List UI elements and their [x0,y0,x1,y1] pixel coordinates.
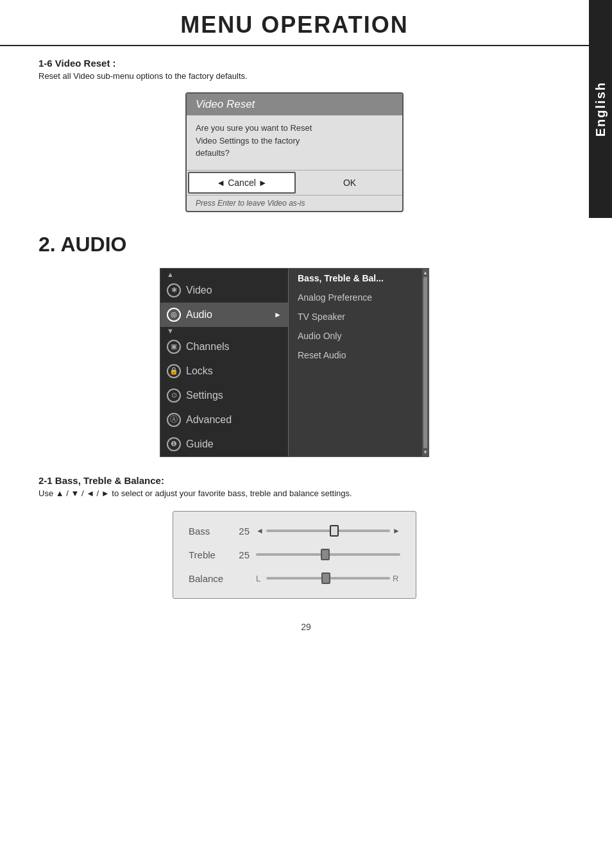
treble-value: 25 [230,549,250,560]
balance-track[interactable] [266,577,390,580]
menu-right: Bass, Treble & Bal... Analog Preference … [289,269,422,456]
audio-menu: ▲ ✱ Video ◎ Audio ► ▼ ▣ Channels [160,268,429,457]
section-16-desc: Reset all Video sub-menu options to the … [38,71,550,81]
bass-slider-row: Bass 25 ◄ ► [189,526,400,537]
scroll-thumb [423,277,427,448]
balance-left-label: L [256,574,264,583]
dialog-body-line1: Are you sure you want to Reset [196,123,312,133]
channels-icon: ▣ [167,340,181,354]
audio-section-title: 2. AUDIO [38,233,550,256]
balance-thumb[interactable] [321,572,330,584]
audio-icon: ◎ [167,308,181,322]
bass-track-container: ◄ ► [256,526,400,535]
video-reset-dialog: Video Reset Are you sure you want to Res… [185,92,404,212]
english-sidebar: English [589,0,612,218]
treble-track[interactable] [256,553,400,556]
menu-item-video[interactable]: ✱ Video [160,278,288,303]
balance-slider-row: Balance L R [189,573,400,584]
left-arrow-icon: ◄ [216,178,225,188]
balance-label: Balance [189,573,230,584]
menu-audio-label: Audio [186,309,212,321]
dialog-buttons: ◄ Cancel ► OK [187,170,402,195]
menu-video-label: Video [186,285,212,296]
ok-button[interactable]: OK [297,171,402,195]
bass-thumb[interactable] [330,525,339,537]
scroll-up-icon: ▲ [423,270,428,276]
menu-item-advanced[interactable]: Ⓐ Advanced [160,408,288,432]
section-21: 2-1 Bass, Treble & Balance: Use ▲ / ▼ / … [38,475,550,599]
guide-icon: ❶ [167,437,181,451]
menu-advanced-label: Advanced [186,414,232,426]
menu-item-locks[interactable]: 🔒 Locks [160,359,288,383]
menu-right-container: Bass, Treble & Bal... Analog Preference … [289,269,429,456]
main-content: 1-6 Video Reset : Reset all Video sub-me… [0,46,589,610]
treble-thumb[interactable] [321,549,330,560]
menu-item-channels[interactable]: ▣ Channels [160,335,288,359]
section-21-heading: 2-1 Bass, Treble & Balance: [38,475,550,486]
cancel-label: Cancel [228,178,256,188]
section-16-heading: 1-6 Video Reset : [38,58,550,69]
dialog-body-line3: defaults? [196,148,230,158]
section-21-desc: Use ▲ / ▼ / ◄ / ► to select or adjust yo… [38,488,550,498]
balance-right-label: R [393,574,400,583]
menu-left: ▲ ✱ Video ◎ Audio ► ▼ ▣ Channels [160,269,289,456]
balance-track-container: L R [256,574,400,583]
bass-label: Bass [189,526,230,537]
submenu-audio-only[interactable]: Audio Only [289,326,422,346]
bass-right-arrow-icon: ► [393,526,400,535]
cancel-button[interactable]: ◄ Cancel ► [188,172,296,194]
section-16: 1-6 Video Reset : Reset all Video sub-me… [38,58,550,212]
page-header: MENU OPERATION [0,0,589,46]
menu-item-audio[interactable]: ◎ Audio ► [160,303,288,327]
treble-label: Treble [189,549,230,560]
menu-item-settings[interactable]: ⊙ Settings [160,383,288,408]
treble-track-container [256,553,400,556]
advanced-icon: Ⓐ [167,413,181,427]
ok-label: OK [343,178,356,188]
menu-locks-label: Locks [186,365,213,377]
treble-slider-row: Treble 25 [189,549,400,560]
video-icon: ✱ [167,283,181,297]
submenu-arrow-icon: ► [274,310,282,319]
scroll-down-icon: ▼ [423,449,428,455]
scrollbar[interactable]: ▲ ▼ [422,269,429,456]
bass-track[interactable] [266,530,390,532]
submenu-tv-speaker[interactable]: TV Speaker [289,307,422,326]
dialog-body: Are you sure you want to Reset Video Set… [187,115,402,166]
dialog-title: Video Reset [187,94,402,115]
dialog-body-line2: Video Settings to the factory [196,136,300,146]
bass-value: 25 [230,526,250,537]
english-label: English [593,81,608,137]
submenu-reset-audio[interactable]: Reset Audio [289,346,422,365]
page-number: 29 [0,610,612,638]
right-arrow-icon: ► [259,178,268,188]
settings-icon: ⊙ [167,388,181,403]
dialog-footer: Press Enter to leave Video as-is [187,195,402,211]
submenu-bass-treble[interactable]: Bass, Treble & Bal... [289,269,422,288]
section-2-audio: 2. AUDIO ▲ ✱ Video ◎ Audio ► ▼ [38,233,550,599]
menu-guide-label: Guide [186,438,214,450]
locks-icon: 🔒 [167,364,181,378]
audio-panel: Bass 25 ◄ ► Treble 25 [173,511,416,599]
page-title: MENU OPERATION [0,12,589,38]
menu-item-guide[interactable]: ❶ Guide [160,432,288,456]
menu-channels-label: Channels [186,341,230,353]
submenu-analog-preference[interactable]: Analog Preference [289,288,422,307]
menu-settings-label: Settings [186,390,223,401]
bass-left-arrow-icon: ◄ [256,526,264,535]
